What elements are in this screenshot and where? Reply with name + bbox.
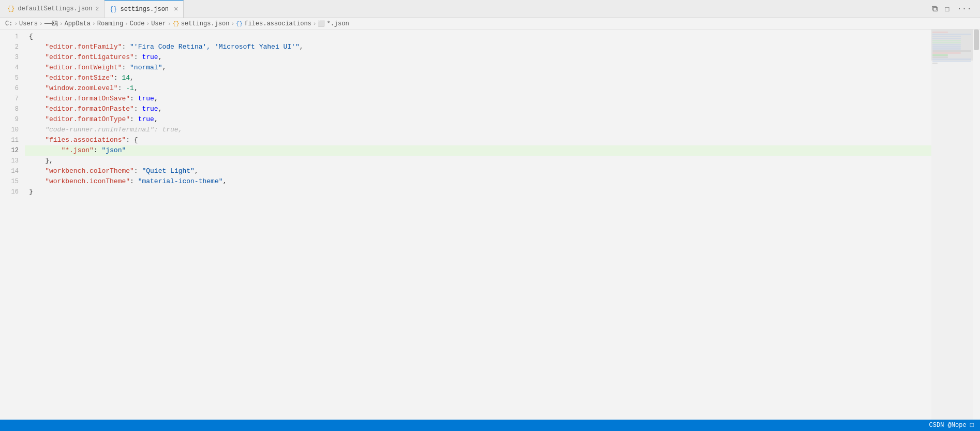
breadcrumb-sep-6: › (146, 21, 150, 27)
status-bar-text: CSDN @Nope □ (929, 422, 974, 429)
line-num-10: 10 (0, 125, 25, 135)
code-line-16: } (25, 187, 931, 197)
code-line-2: "editor.fontFamily": "'Fira Code Retina'… (25, 42, 931, 52)
tab-bar: {} defaultSettings.json 2 {} settings.js… (0, 0, 980, 18)
breadcrumb-roaming[interactable]: Roaming (97, 20, 123, 27)
code-line-8: "editor.formatOnPaste": true, (25, 104, 931, 114)
scrollbar-track[interactable] (973, 29, 980, 420)
breadcrumb-sep-7: › (168, 21, 171, 27)
line-num-9: 9 (0, 114, 25, 125)
line-num-2: 2 (0, 42, 25, 52)
breadcrumb: C: › Users › ——鸥 › AppData › Roaming › C… (0, 18, 980, 29)
settings-tab-icon: {} (110, 6, 117, 13)
breadcrumb-appdata[interactable]: AppData (65, 20, 91, 27)
code-line-3: "editor.fontLigatures": true, (25, 52, 931, 63)
minimap-content (931, 29, 973, 67)
breadcrumb-user[interactable]: User (151, 20, 166, 27)
line-num-1: 1 (0, 32, 25, 42)
breadcrumb-files-associations[interactable]: files.associations (244, 20, 311, 27)
default-settings-tab-badge: 2 (95, 6, 99, 12)
settings-tab-label: settings.json (120, 6, 169, 13)
breadcrumb-settings-json[interactable]: settings.json (181, 20, 230, 27)
line-num-3: 3 (0, 52, 25, 63)
toggle-editor-layout-button[interactable]: ⧉ (930, 3, 940, 15)
breadcrumb-star-json-icon: ⬜ (318, 20, 325, 27)
minimap (931, 29, 973, 420)
breadcrumb-sep-1: › (14, 21, 18, 27)
code-line-1: { (25, 32, 931, 42)
breadcrumb-sep-3: › (60, 21, 63, 27)
default-settings-tab-icon: {} (7, 5, 14, 12)
breadcrumb-sep-8: › (231, 21, 234, 27)
line-num-14: 14 (0, 166, 25, 176)
tab-bar-actions: ⧉ ☐ ··· (930, 3, 978, 15)
line-num-7: 7 (0, 94, 25, 104)
code-line-5: "editor.fontSize": 14, (25, 73, 931, 83)
code-line-4: "editor.fontWeight": "normal", (25, 63, 931, 73)
code-content[interactable]: { "editor.fontFamily": "'Fira Code Retin… (25, 29, 931, 420)
line-num-15: 15 (0, 176, 25, 187)
code-line-13: }, (25, 156, 931, 166)
default-settings-tab-label: defaultSettings.json (18, 5, 92, 12)
breadcrumb-users[interactable]: Users (19, 20, 38, 27)
breadcrumb-sep-4: › (92, 21, 96, 27)
code-line-15: "workbench.iconTheme": "material-icon-th… (25, 176, 931, 187)
line-num-12: 12 (0, 145, 25, 156)
status-bar: CSDN @Nope □ (0, 420, 980, 431)
line-num-6: 6 (0, 83, 25, 94)
code-line-11: "files.associations": { (25, 135, 931, 145)
line-num-4: 4 (0, 63, 25, 73)
breadcrumb-code[interactable]: Code (130, 20, 145, 27)
code-line-12: "*.json": "json" (25, 145, 931, 156)
breadcrumb-settings-icon: {} (173, 21, 180, 27)
line-num-13: 13 (0, 156, 25, 166)
split-editor-button[interactable]: ☐ (943, 3, 952, 15)
tab-settings[interactable]: {} settings.json × (105, 0, 184, 18)
settings-tab-close[interactable]: × (174, 5, 178, 13)
code-line-9: "editor.formatOnType": true, (25, 114, 931, 125)
line-num-16: 16 (0, 187, 25, 197)
code-line-10: "code-runner.runInTerminal": true, (25, 125, 931, 135)
breadcrumb-c[interactable]: C: (5, 20, 12, 27)
line-numbers: 1 2 3 4 5 6 7 8 9 10 11 12 13 14 15 16 (0, 29, 25, 420)
breadcrumb-star-json[interactable]: *.json (326, 20, 349, 27)
scrollbar-thumb[interactable] (974, 29, 979, 50)
breadcrumb-sep-5: › (125, 21, 128, 27)
code-line-7: "editor.formatOnSave": true, (25, 94, 931, 104)
editor-area: 1 2 3 4 5 6 7 8 9 10 11 12 13 14 15 16 {… (0, 29, 980, 420)
more-actions-button[interactable]: ··· (955, 3, 974, 14)
code-line-14: "workbench.colorTheme": "Quiet Light", (25, 166, 931, 176)
line-num-11: 11 (0, 135, 25, 145)
line-num-5: 5 (0, 73, 25, 83)
breadcrumb-sep-9: › (313, 21, 317, 27)
breadcrumb-user-name[interactable]: ——鸥 (44, 19, 58, 28)
line-num-8: 8 (0, 104, 25, 114)
breadcrumb-files-assoc-icon: {} (236, 21, 243, 27)
tab-default-settings[interactable]: {} defaultSettings.json 2 (2, 0, 105, 18)
breadcrumb-sep-2: › (39, 21, 43, 27)
code-line-6: "window.zoomLevel": -1, (25, 83, 931, 94)
